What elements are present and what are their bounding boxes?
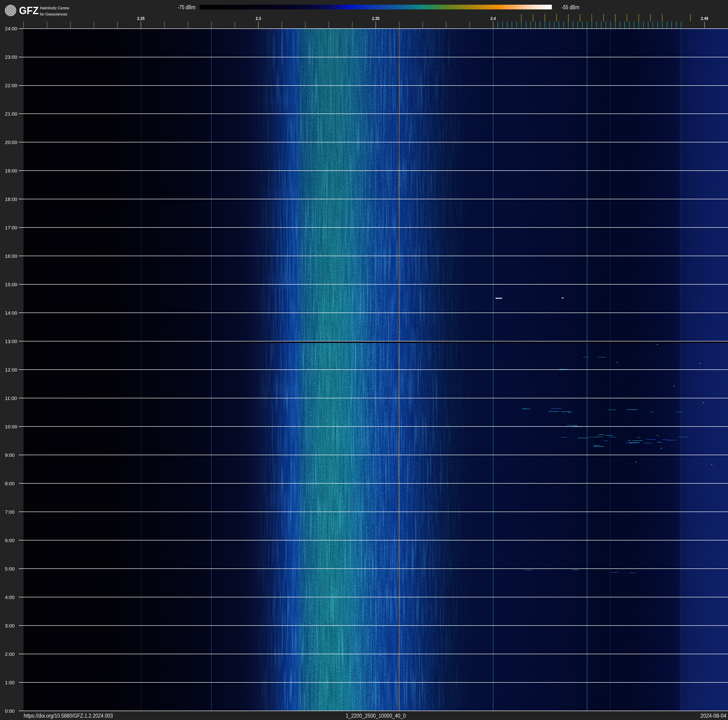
svg-text:GFZ: GFZ <box>19 5 39 16</box>
svg-text:Helmholtz Centre: Helmholtz Centre <box>40 6 69 10</box>
svg-text:for Geosciences: for Geosciences <box>40 12 67 17</box>
